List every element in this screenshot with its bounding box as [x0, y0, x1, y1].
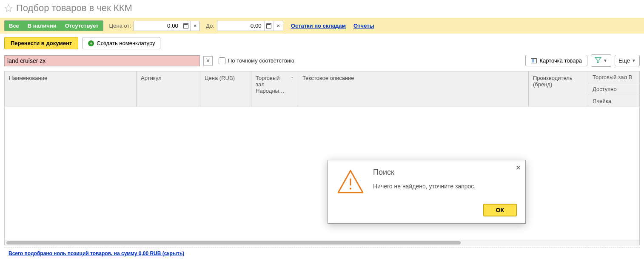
col-stock[interactable]: Торговый зал Народны… ↑	[251, 71, 298, 107]
price-from-label: Цена от:	[109, 23, 131, 29]
chevron-down-icon: ▼	[632, 58, 636, 63]
filter-instock-button[interactable]: В наличии	[23, 21, 61, 31]
horizontal-scrollbar[interactable]	[5, 240, 639, 245]
price-to-label: До:	[206, 23, 214, 29]
card-icon	[531, 58, 537, 63]
dialog-title: Поиск	[373, 168, 476, 177]
stock-filter-group: Все В наличии Отсутствует	[4, 20, 103, 31]
filter-all-button[interactable]: Все	[5, 21, 23, 31]
col-cell[interactable]: Ячейка	[588, 95, 639, 107]
calculator-icon[interactable]	[181, 21, 190, 31]
table-body-empty	[5, 107, 639, 240]
products-table: Наименование Артикул Цена (RUB) Торговый…	[4, 71, 640, 245]
price-from-input[interactable]	[134, 21, 181, 30]
price-from-wrap: ×	[134, 21, 200, 31]
chevron-down-icon: ▼	[603, 58, 607, 63]
clear-price-to-icon[interactable]: ×	[274, 21, 283, 31]
product-card-label: Карточка товара	[539, 57, 582, 64]
create-nomenclature-button[interactable]: + Создать номенклатуру	[83, 37, 160, 49]
sort-ascending-icon: ↑	[291, 75, 294, 81]
footer: Всего подобрано ноль позиций товаров, на…	[4, 247, 640, 259]
calculator-icon[interactable]	[264, 21, 274, 31]
exact-match-checkbox[interactable]	[219, 57, 225, 64]
col-article[interactable]: Артикул	[137, 71, 200, 107]
plus-icon: +	[88, 40, 94, 46]
col-stock-label: Торговый зал Народны…	[256, 75, 289, 94]
price-to-wrap: ×	[217, 21, 283, 31]
dialog-message: Ничего не найдено, уточните запрос.	[373, 183, 476, 190]
col-price[interactable]: Цена (RUB)	[200, 71, 251, 107]
search-result-dialog: ✕ Поиск Ничего не найдено, уточните запр…	[328, 160, 526, 224]
col-hall[interactable]: Торговый зал В	[588, 71, 639, 83]
svg-point-1	[350, 188, 352, 190]
search-input[interactable]	[4, 55, 200, 66]
transfer-to-document-button[interactable]: Перенести в документ	[4, 37, 78, 49]
col-description[interactable]: Текстовое описание	[298, 71, 529, 107]
more-label: Еще	[618, 57, 630, 64]
filter-outstock-button[interactable]: Отсутствует	[61, 21, 103, 31]
dialog-close-button[interactable]: ✕	[516, 164, 521, 172]
col-available[interactable]: Доступно	[588, 83, 639, 95]
reports-link[interactable]: Отчеты	[353, 23, 374, 29]
col-name[interactable]: Наименование	[5, 71, 137, 107]
table-header-row: Наименование Артикул Цена (RUB) Торговый…	[5, 71, 639, 107]
dialog-ok-button[interactable]: ОК	[483, 204, 517, 216]
funnel-icon	[595, 57, 601, 64]
warning-icon	[336, 168, 365, 196]
filter-bar: Все В наличии Отсутствует Цена от: × До:…	[0, 18, 644, 34]
scrollbar-thumb[interactable]	[6, 241, 461, 245]
exact-match-label: По точному соответствию	[228, 57, 294, 64]
create-nomenclature-label: Создать номенклатуру	[97, 40, 155, 46]
col-brand[interactable]: Производитель (бренд)	[529, 71, 588, 107]
col-hall-group: Торговый зал В Доступно Ячейка	[588, 71, 639, 107]
product-card-button[interactable]: Карточка товара	[525, 55, 587, 66]
balance-by-warehouse-link[interactable]: Остатки по складам	[291, 23, 346, 29]
clear-price-from-icon[interactable]: ×	[190, 21, 199, 31]
price-to-input[interactable]	[217, 21, 264, 30]
toolbar: Перенести в документ + Создать номенклат…	[0, 34, 644, 53]
clear-search-button[interactable]: ×	[203, 56, 213, 65]
page-title: Подбор товаров в чек ККМ	[16, 3, 132, 14]
exact-match-checkbox-wrap[interactable]: По точному соответствию	[219, 57, 294, 64]
page-header: Подбор товаров в чек ККМ	[0, 0, 644, 18]
more-button[interactable]: Еще ▼	[615, 55, 640, 66]
search-row: × По точному соответствию Карточка товар…	[0, 53, 644, 68]
summary-link[interactable]: Всего подобрано ноль позиций товаров, на…	[9, 250, 184, 256]
filter-funnel-button[interactable]: ▼	[591, 54, 611, 67]
favorite-star-icon[interactable]	[4, 4, 13, 12]
